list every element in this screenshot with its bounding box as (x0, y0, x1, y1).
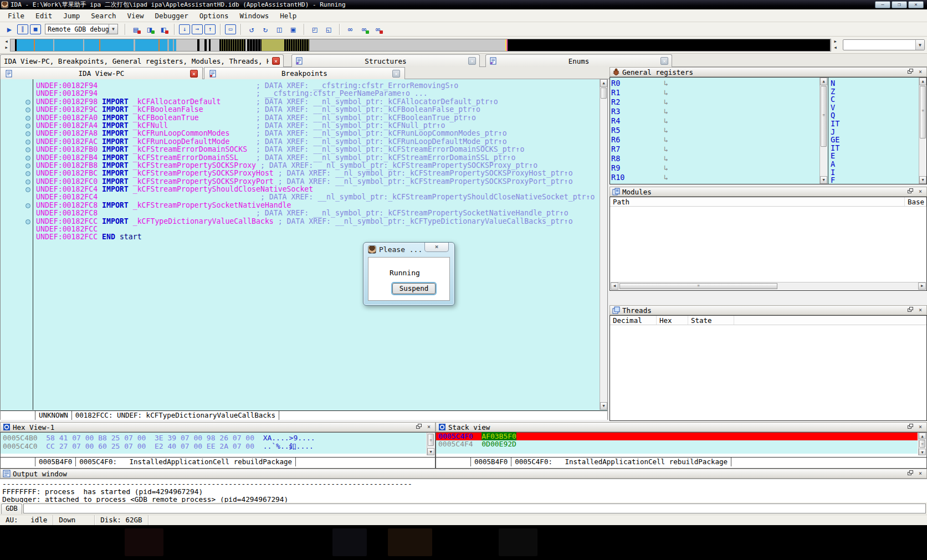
attach-process-icon[interactable]: ◨ (144, 24, 156, 35)
segment-marker-dot[interactable] (25, 163, 30, 168)
listing-line[interactable]: UNDEF:00182F98 IMPORT _kCFAllocatorDefau… (1, 98, 588, 106)
float-panel-icon[interactable] (906, 470, 914, 477)
listing-scrollbar[interactable]: ▲ ▼ (600, 79, 607, 410)
float-panel-icon[interactable] (906, 307, 914, 314)
threads-titlebar[interactable]: Threads × (610, 305, 927, 315)
stack-row[interactable]: 0005C4F0 AF03B5F0 (436, 433, 918, 440)
dialog-close-icon[interactable]: × (424, 243, 449, 252)
listing-scrollbar-thumb[interactable] (601, 88, 607, 99)
scroll-down-icon[interactable]: ▼ (919, 176, 926, 184)
segment-marker-dot[interactable] (25, 116, 30, 121)
taskbar-item[interactable] (499, 528, 537, 556)
menu-item-edit[interactable]: Edit (30, 11, 58, 21)
column-header-hex[interactable]: Hex (657, 316, 688, 325)
listing-line[interactable]: UNDEF:00182FB0 IMPORT _kCFStreamErrorDom… (1, 146, 588, 153)
flags-scrollbar[interactable]: ▲ ≡ ▼ (919, 78, 926, 184)
column-header-base[interactable]: Base (905, 197, 926, 206)
close-panel-icon[interactable]: × (916, 470, 924, 477)
taskbar-item[interactable] (125, 528, 163, 556)
view-tab-breakpoints[interactable]: Breakpoints× (204, 67, 405, 79)
flag-it[interactable]: IT (831, 119, 919, 127)
listing-line[interactable]: UNDEF:00182FC8 IMPORT _kCFStreamProperty… (1, 202, 588, 209)
run-until-return-icon[interactable]: ↑ (204, 24, 216, 34)
window-cascade-icon[interactable]: ◱ (322, 24, 335, 35)
menu-item-jump[interactable]: Jump (58, 11, 85, 21)
tab-close-icon[interactable]: × (190, 70, 198, 78)
close-panel-icon[interactable]: × (425, 424, 433, 431)
scroll-left-icon[interactable]: ◀ (611, 282, 618, 290)
quick-view-icon[interactable]: ▣ (287, 24, 299, 35)
column-header-path[interactable]: Path (610, 197, 905, 206)
navband-right-arrows[interactable]: ▶◀ (833, 39, 838, 51)
menu-item-help[interactable]: Help (274, 11, 302, 21)
flag-i[interactable]: I (831, 168, 919, 176)
flag-c[interactable]: C (831, 95, 919, 103)
tab-close-icon[interactable]: × (468, 57, 476, 65)
menu-item-options[interactable]: Options (194, 11, 234, 21)
listing-line[interactable]: UNDEF:00182F94 ; __cfstring:cfstr_PeerNa… (1, 90, 588, 97)
window-list-icon[interactable]: ◰ (309, 24, 321, 35)
listing-line[interactable]: UNDEF:00182FCC (1, 225, 588, 233)
output-window-titlebar[interactable]: Output window × (0, 469, 927, 479)
segment-marker-dot[interactable] (25, 203, 30, 208)
listing-line[interactable]: UNDEF:00182FBC IMPORT _kCFStreamProperty… (1, 169, 588, 177)
navigation-band[interactable] (10, 39, 831, 52)
maximize-button[interactable]: ❒ (892, 1, 907, 8)
register-row-r4[interactable]: R4↳ (611, 116, 816, 126)
scroll-down-icon[interactable]: ▼ (919, 449, 926, 455)
taskbar-item[interactable] (332, 528, 367, 556)
flag-v[interactable]: V (831, 103, 919, 111)
register-row-r5[interactable]: R5↳ (611, 126, 816, 135)
modules-hscrollbar[interactable]: ◀ ≡ ▶ (611, 282, 926, 290)
scroll-up-icon[interactable]: ▲ (919, 78, 926, 85)
delete-breakpoint-icon[interactable]: ∞ (372, 24, 384, 35)
listing-line[interactable]: UNDEF:00182FC0 IMPORT _kCFStreamProperty… (1, 178, 588, 186)
segment-marker-dot[interactable] (25, 187, 30, 192)
tab-close-icon[interactable]: × (660, 57, 668, 65)
flag-n[interactable]: N (831, 79, 919, 87)
flag-it[interactable]: IT (831, 143, 919, 152)
listing-line[interactable]: UNDEF:00182FA4 IMPORT _kCFNull ; DATA XR… (1, 122, 588, 130)
breakpoint-list-icon[interactable]: ∞ (344, 24, 356, 35)
flag-a[interactable]: A (831, 160, 919, 168)
listing-line[interactable]: UNDEF:00182FC4 ; DATA XREF: __nl_symbol_… (1, 193, 588, 201)
float-panel-icon[interactable] (906, 424, 914, 431)
float-panel-icon[interactable] (906, 69, 914, 76)
close-panel-icon[interactable]: × (916, 188, 924, 196)
register-row-r9[interactable]: R9↳ (611, 163, 816, 173)
general-registers-titlebar[interactable]: General registers × (610, 67, 927, 77)
gdb-tab[interactable]: GDB (1, 504, 22, 514)
segment-marker-dot[interactable] (25, 171, 30, 176)
hex-view-body[interactable]: 0005C4B0 58 41 07 00 B8 25 07 00 3E 39 0… (0, 432, 436, 469)
flag-f[interactable]: F (831, 176, 919, 184)
listing-line[interactable]: UNDEF:00182FC8 ; DATA XREF: __nl_symbol_… (1, 209, 588, 217)
menu-item-search[interactable]: Search (85, 11, 121, 21)
flag-z[interactable]: Z (831, 87, 919, 95)
debugger-selector-combobox[interactable]: Remote GDB debugger▼ (45, 24, 118, 34)
listing-line[interactable]: UNDEF:00182FA8 IMPORT _kCFRunLoopCommonM… (1, 130, 588, 137)
menu-item-file[interactable]: File (2, 11, 30, 21)
open-subview-icon[interactable]: ◫ (273, 24, 285, 35)
menu-item-view[interactable]: View (121, 11, 149, 21)
listing-line[interactable]: UNDEF:00182FCC IMPORT _kCFTypeDictionary… (1, 218, 588, 225)
hex-scrollbar-thumb[interactable]: ≡ (428, 434, 434, 446)
segment-marker-dot[interactable] (25, 131, 30, 136)
pause-process-icon[interactable]: ∥ (17, 24, 28, 34)
navband-combobox[interactable]: ▼ (843, 39, 925, 50)
add-breakpoint-icon[interactable]: ∞ (358, 24, 370, 35)
modules-titlebar[interactable]: Modules × (610, 187, 927, 197)
listing-line[interactable]: UNDEF:00182FB4 IMPORT _kCFStreamErrorDom… (1, 154, 588, 162)
modules-body[interactable]: PathBase ◀ ≡ ▶ (610, 197, 927, 291)
desktop-tab-structures[interactable]: Structures× (291, 54, 480, 67)
scroll-right-icon[interactable]: ▶ (918, 282, 926, 290)
modules-hscroll-thumb[interactable]: ≡ (619, 283, 777, 289)
flags-scrollbar-thumb[interactable]: ≡ (920, 86, 926, 138)
register-row-r10[interactable]: R10↳ (611, 173, 816, 182)
listing-line[interactable]: UNDEF:00182FA0 IMPORT _kCFBooleanTrue ; … (1, 114, 588, 122)
scroll-down-icon[interactable]: ▼ (427, 448, 434, 455)
menu-item-debugger[interactable]: Debugger (150, 11, 194, 21)
run-to-cursor-icon[interactable]: ▭ (225, 24, 236, 34)
flag-e[interactable]: E (831, 151, 919, 160)
chevron-down-icon[interactable]: ▼ (109, 24, 117, 34)
scroll-up-icon[interactable]: ▲ (919, 433, 926, 439)
